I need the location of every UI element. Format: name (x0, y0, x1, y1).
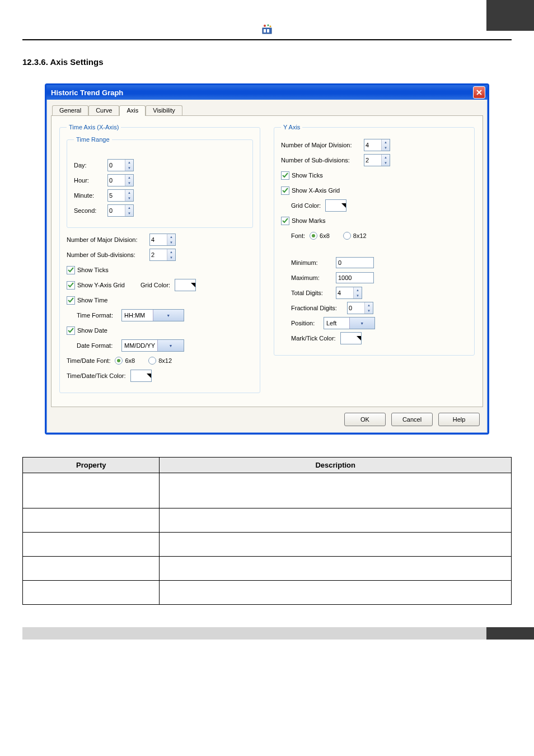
checkbox-show-marks[interactable]: Show Marks (281, 217, 326, 225)
checkbox-show-ticks-x[interactable]: Show Ticks (67, 266, 109, 274)
label-time-format: Time Format: (77, 312, 117, 319)
label-font-y: Font: (291, 232, 305, 239)
radio-font-8x12-y[interactable]: 8x12 (343, 232, 367, 240)
spinner-day[interactable]: ▲▼ (107, 159, 134, 171)
svg-point-3 (264, 25, 266, 27)
label-hour: Hour: (74, 177, 103, 184)
svg-rect-2 (267, 29, 269, 32)
spinner-total-digits[interactable]: ▲▼ (336, 287, 362, 299)
cancel-button[interactable]: Cancel (391, 413, 433, 426)
spinner-up-icon[interactable]: ▲ (125, 205, 133, 211)
spinner-down-icon[interactable]: ▼ (382, 145, 390, 151)
checkbox-show-time[interactable]: Show Time (67, 296, 107, 305)
checkbox-show-ticks-y[interactable]: Show Ticks (281, 171, 323, 180)
fieldset-y-axis: Y Axis Number of Major Division: ▲▼ Numb… (274, 124, 475, 356)
spinner-fractional-digits[interactable]: ▲▼ (347, 302, 373, 314)
input-hour[interactable] (108, 175, 125, 186)
table-row (23, 533, 512, 557)
label-mark-tick-color: Mark/Tick Color: (291, 335, 336, 342)
spinner-up-icon[interactable]: ▲ (125, 160, 133, 165)
spinner-down-icon[interactable]: ▼ (125, 211, 133, 216)
spinner-up-icon[interactable]: ▲ (167, 249, 175, 255)
spinner-second[interactable]: ▲▼ (107, 204, 134, 217)
color-picker-grid-x[interactable] (175, 279, 196, 291)
dialog-historic-trend-graph: Historic Trend Graph General Curve Axis … (45, 83, 489, 435)
label-fractional-digits: Fractional Digits: (291, 305, 343, 311)
color-picker-mark-tick[interactable] (340, 332, 362, 344)
spinner-up-icon[interactable]: ▲ (354, 287, 362, 293)
input-total-digits[interactable] (336, 287, 353, 298)
close-button[interactable] (473, 86, 485, 99)
spinner-down-icon[interactable]: ▼ (125, 195, 133, 201)
spinner-y-sub-div[interactable]: ▲▼ (364, 154, 390, 166)
checkbox-show-date[interactable]: Show Date (67, 326, 107, 335)
label-y-sub-div: Number of Sub-divisions: (281, 157, 359, 164)
input-y-sub-div[interactable] (364, 155, 381, 166)
spinner-minute[interactable]: ▲▼ (107, 189, 134, 202)
spinner-down-icon[interactable]: ▼ (125, 165, 133, 171)
spinner-y-major-div[interactable]: ▲▼ (364, 139, 390, 151)
titlebar: Historic Trend Graph (46, 85, 488, 100)
spinner-up-icon[interactable]: ▲ (167, 234, 175, 240)
input-minute[interactable] (108, 190, 125, 201)
input-second[interactable] (108, 205, 125, 216)
label-grid-color-x: Grid Color: (140, 282, 170, 288)
spinner-up-icon[interactable]: ▲ (365, 302, 373, 308)
section-heading: 12.3.6. Axis Settings (22, 57, 512, 67)
svg-point-5 (270, 26, 271, 27)
spinner-x-sub-div[interactable]: ▲▼ (149, 249, 176, 261)
tab-visibility[interactable]: Visibility (146, 105, 182, 115)
checkbox-show-xaxis-grid[interactable]: Show X-Axis Grid (281, 186, 340, 195)
ok-button[interactable]: OK (344, 413, 386, 426)
chevron-down-icon: ▼ (349, 318, 375, 329)
input-day[interactable] (108, 160, 125, 171)
radio-font-8x12-x[interactable]: 8x12 (148, 357, 172, 365)
spinner-up-icon[interactable]: ▲ (382, 139, 390, 145)
color-picker-grid-y[interactable] (325, 199, 346, 212)
spinner-down-icon[interactable]: ▼ (167, 255, 175, 260)
checkbox-show-yaxis-grid[interactable]: Show Y-Axis Grid (67, 281, 125, 290)
spinner-down-icon[interactable]: ▼ (365, 308, 373, 314)
label-maximum: Maximum: (291, 274, 331, 281)
label-position: Position: (291, 320, 319, 326)
input-maximum[interactable] (336, 272, 374, 283)
fieldset-time-axis: Time Axis (X-Axis) Time Range Day: ▲▼ Ho… (59, 124, 260, 393)
input-x-major-div[interactable] (150, 234, 167, 245)
label-total-digits: Total Digits: (291, 290, 331, 296)
spinner-down-icon[interactable]: ▼ (125, 180, 133, 186)
label-second: Second: (74, 207, 103, 214)
spinner-up-icon[interactable]: ▲ (382, 155, 390, 160)
input-minimum[interactable] (336, 257, 374, 268)
color-picker-timedate-tick[interactable] (130, 370, 152, 382)
input-x-sub-div[interactable] (150, 249, 167, 260)
th-description: Description (160, 458, 512, 473)
fieldset-time-range: Time Range Day: ▲▼ Hour: ▲▼ (67, 136, 253, 228)
spinner-down-icon[interactable]: ▼ (167, 240, 175, 245)
select-position[interactable]: Left▼ (324, 317, 375, 329)
radio-font-6x8-y[interactable]: 6x8 (310, 232, 330, 240)
spinner-down-icon[interactable]: ▼ (354, 293, 362, 298)
label-x-major-div: Number of Major Division: (67, 236, 145, 243)
spinner-down-icon[interactable]: ▼ (382, 160, 390, 166)
tab-curve[interactable]: Curve (88, 105, 119, 115)
select-time-format[interactable]: HH:MM▼ (121, 309, 184, 321)
select-date-format[interactable]: MM/DD/YY▼ (121, 339, 184, 352)
radio-font-6x8-x[interactable]: 6x8 (115, 357, 135, 365)
tabstrip: General Curve Axis Visibility (51, 103, 483, 116)
spinner-up-icon[interactable]: ▲ (125, 175, 133, 180)
table-row (23, 581, 512, 605)
spinner-up-icon[interactable]: ▲ (125, 190, 133, 195)
tab-axis[interactable]: Axis (119, 105, 146, 116)
label-minimum: Minimum: (291, 259, 331, 266)
input-y-major-div[interactable] (364, 139, 381, 151)
svg-point-4 (268, 25, 269, 26)
label-x-sub-div: Number of Sub-divisions: (67, 251, 145, 258)
footer-bar (22, 627, 512, 640)
app-icon (261, 24, 273, 36)
spinner-x-major-div[interactable]: ▲▼ (149, 234, 176, 246)
input-fractional-digits[interactable] (348, 302, 364, 314)
help-button[interactable]: Help (438, 413, 480, 426)
spinner-hour[interactable]: ▲▼ (107, 174, 134, 186)
tab-general[interactable]: General (52, 105, 88, 115)
close-icon (476, 89, 483, 96)
